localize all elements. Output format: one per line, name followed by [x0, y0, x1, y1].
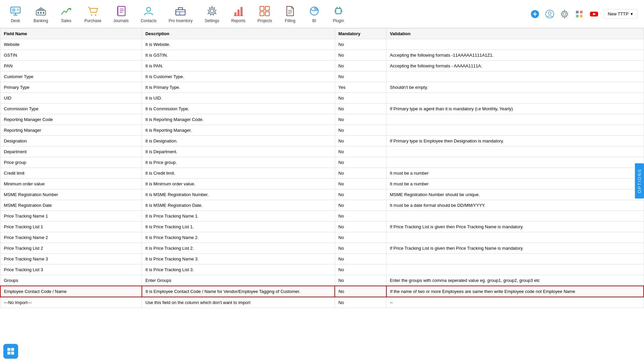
table-row: Price Tracking Name 3It is Price Trackin… [0, 254, 644, 264]
field-description: It is Price Tracking Name 2. [142, 232, 335, 243]
field-validation: If Price Tracking List is given then Pri… [386, 222, 644, 232]
new-tttp-button[interactable]: New TTTP ▾ [603, 9, 637, 19]
purchase-label: Purchase [84, 18, 101, 23]
field-mandatory: No [335, 146, 386, 157]
filling-icon [284, 5, 296, 17]
field-validation: Shouldn't be empty. [386, 82, 644, 93]
user-icon[interactable] [544, 9, 555, 19]
field-description: It is Price Tracking Name 3. [142, 254, 335, 264]
table-row: UIDIt is UID.No [0, 93, 644, 104]
field-name: Credit limit [0, 168, 142, 179]
svg-rect-24 [237, 10, 239, 16]
svg-rect-28 [265, 6, 269, 10]
field-name: Price Tracking List 2 [0, 243, 142, 254]
field-validation [386, 125, 644, 136]
journals-icon [115, 5, 127, 17]
nav-projects[interactable]: Projects [252, 0, 278, 28]
field-mandatory: No [335, 71, 386, 82]
table-row: Primary TypeIt is Primary Type.YesShould… [0, 82, 644, 93]
desk-label: Desk [11, 18, 20, 23]
add-button[interactable] [530, 9, 540, 19]
purchase-icon [87, 5, 99, 17]
banking-label: Banking [34, 18, 48, 23]
settings-label: Settings [205, 18, 219, 23]
field-description: Enter Groups [142, 275, 335, 286]
table-row: Price Tracking List 1It is Price Trackin… [0, 222, 644, 232]
table-row: Credit limitIt is Credit limit.NoIt must… [0, 168, 644, 179]
nav-bi[interactable]: BI [302, 0, 326, 28]
field-validation [386, 146, 644, 157]
plugin-label: Plugin [333, 18, 344, 23]
col-header-description: Description [142, 28, 335, 39]
svg-point-46 [563, 13, 566, 15]
settings-icon [206, 5, 218, 17]
field-validation [386, 39, 644, 50]
table-row: Price Tracking List 2It is Price Trackin… [0, 243, 644, 254]
field-description: It is Customer Type. [142, 71, 335, 82]
nav-proinventory[interactable]: Pro Inventory [163, 0, 199, 28]
svg-point-11 [91, 14, 92, 16]
field-mandatory: No [335, 222, 386, 232]
nav-contacts[interactable]: Contacts [135, 0, 162, 28]
svg-marker-7 [36, 7, 46, 10]
table-row: Minimum order valueIt is Minimum order v… [0, 179, 644, 189]
projects-label: Projects [258, 18, 272, 23]
field-description: It is Price Tracking List 1. [142, 222, 335, 232]
field-name: MSME Registration Number [0, 189, 142, 200]
field-description: It is Department. [142, 146, 335, 157]
nav-reports[interactable]: Reports [225, 0, 252, 28]
field-mandatory: No [335, 104, 386, 114]
field-validation: MSME Registration Number should be uniqu… [386, 189, 644, 200]
nav-settings[interactable]: Settings [199, 0, 225, 28]
field-mandatory: No [335, 264, 386, 275]
bi-icon [308, 5, 320, 17]
nav-desk[interactable]: Desk [3, 0, 28, 28]
field-mandatory: No [335, 168, 386, 179]
field-description: It is GSTIN. [142, 50, 335, 61]
field-description: It is Primary Type. [142, 82, 335, 93]
field-mandatory: No [335, 189, 386, 200]
field-description: It is Price Tracking List 2. [142, 243, 335, 254]
col-header-mandatory: Mandatory [335, 28, 386, 39]
reports-label: Reports [231, 18, 246, 23]
fields-table: Field Name Description Mandatory Validat… [0, 28, 644, 308]
field-validation [386, 264, 644, 275]
youtube-icon[interactable] [589, 9, 599, 19]
nav-sales[interactable]: Sales [54, 0, 78, 28]
field-mandatory: No [335, 211, 386, 222]
field-mandatory: No [335, 297, 386, 308]
svg-rect-55 [7, 352, 10, 355]
table-row: GroupsEnter GroupsNoEnter the groups wit… [0, 275, 644, 286]
field-mandatory: No [335, 93, 386, 104]
field-validation [386, 93, 644, 104]
field-name: UID [0, 93, 142, 104]
field-mandatory: No [335, 200, 386, 211]
table-row: PANIt is PAN.NoAccepting the following f… [0, 61, 644, 71]
options-sidebar[interactable]: OPTIONS [635, 164, 644, 199]
settings-gear-icon[interactable] [559, 9, 570, 19]
table-row: Customer TypeIt is Customer Type.No [0, 71, 644, 82]
table-row: DepartmentIt is Department.No [0, 146, 644, 157]
nav-plugin[interactable]: Plugin [326, 0, 351, 28]
bi-label: BI [312, 18, 316, 23]
svg-point-45 [548, 12, 551, 14]
options-label: OPTIONS [637, 169, 642, 193]
svg-point-22 [210, 9, 214, 13]
proinventory-label: Pro Inventory [169, 18, 193, 23]
nav-filling[interactable]: Filling [278, 0, 302, 28]
nav-journals[interactable]: Journals [107, 0, 135, 28]
field-validation [386, 71, 644, 82]
field-validation: It must be a number [386, 168, 644, 179]
grid-icon[interactable] [574, 9, 585, 19]
svg-rect-8 [38, 12, 39, 14]
projects-icon [259, 5, 271, 17]
nav-banking[interactable]: Banking [28, 0, 54, 28]
field-validation [386, 114, 644, 125]
bottom-widget[interactable] [3, 344, 18, 359]
svg-rect-48 [580, 11, 583, 13]
field-mandatory: No [335, 50, 386, 61]
field-validation: It must be a number [386, 179, 644, 189]
nav-purchase[interactable]: Purchase [78, 0, 107, 28]
field-name: GSTIN [0, 50, 142, 61]
field-name: MSME Registration Date [0, 200, 142, 211]
